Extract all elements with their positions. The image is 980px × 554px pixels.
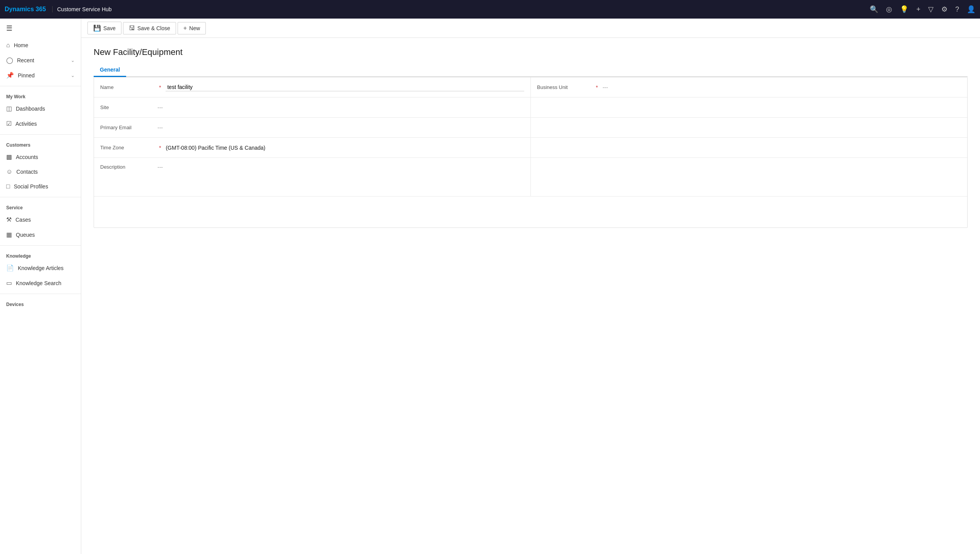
new-button[interactable]: + New xyxy=(178,22,206,34)
top-navigation: Dynamics 365 Customer Service Hub 🔍 ◎ 💡 … xyxy=(0,0,980,19)
field-site-value[interactable]: --- xyxy=(157,104,524,111)
home-icon: ⌂ xyxy=(6,42,10,49)
search-icon[interactable]: 🔍 xyxy=(870,5,878,14)
filter-icon[interactable]: ▽ xyxy=(928,5,934,14)
divider-5 xyxy=(0,294,81,294)
field-name-input[interactable] xyxy=(166,83,524,91)
recent-icon: ◯ xyxy=(6,56,13,64)
field-timezone-value[interactable]: (GMT-08:00) Pacific Time (US & Canada) xyxy=(166,145,524,151)
tab-general[interactable]: General xyxy=(94,63,126,77)
field-site-right-col xyxy=(530,97,967,117)
save-icon: 💾 xyxy=(93,24,101,32)
sidebar-item-contacts-label: Contacts xyxy=(16,169,38,175)
sidebar-item-activities[interactable]: ☑ Activities xyxy=(0,116,81,131)
dashboards-icon: ◫ xyxy=(6,105,12,112)
sidebar-item-pinned-label: Pinned xyxy=(18,72,35,79)
field-timezone-col: Time Zone * (GMT-08:00) Pacific Time (US… xyxy=(94,138,530,157)
user-icon[interactable]: 👤 xyxy=(967,5,975,14)
contacts-icon: ☺ xyxy=(6,168,12,175)
sidebar-item-pinned[interactable]: 📌 Pinned ⌄ xyxy=(0,68,81,83)
queues-icon: ▦ xyxy=(6,231,12,238)
divider-3 xyxy=(0,197,81,197)
field-name-col: Name * xyxy=(94,77,530,97)
cases-icon: ⚒ xyxy=(6,216,12,223)
sidebar-item-cases[interactable]: ⚒ Cases xyxy=(0,212,81,227)
form-row-3: Primary Email --- xyxy=(94,118,967,138)
save-close-icon: 🖫 xyxy=(129,25,135,32)
main-layout: ☰ ⌂ Home ◯ Recent ⌄ 📌 Pinned ⌄ My Work ◫… xyxy=(0,19,980,554)
field-timezone-right-col xyxy=(530,138,967,157)
field-primaryemail-label: Primary Email xyxy=(100,125,154,130)
plus-icon[interactable]: + xyxy=(916,5,920,14)
recent-chevron: ⌄ xyxy=(71,58,75,63)
form-card: Name * Business Unit * --- Site --- xyxy=(94,77,968,228)
sidebar-item-dashboards[interactable]: ◫ Dashboards xyxy=(0,101,81,116)
divider-4 xyxy=(0,245,81,246)
topnav-icons: 🔍 ◎ 💡 + ▽ ⚙ ? 👤 xyxy=(870,5,975,14)
knowledge-articles-icon: 📄 xyxy=(6,264,14,272)
accounts-icon: ▩ xyxy=(6,153,12,161)
pin-icon: 📌 xyxy=(6,72,14,79)
lightbulb-icon[interactable]: 💡 xyxy=(900,5,908,14)
field-name-required: * xyxy=(159,84,161,91)
form-row-4: Time Zone * (GMT-08:00) Pacific Time (US… xyxy=(94,138,967,158)
help-icon[interactable]: ? xyxy=(955,5,959,14)
sidebar-item-recent-label: Recent xyxy=(17,57,34,63)
sidebar-item-knowledge-search[interactable]: ▭ Knowledge Search xyxy=(0,275,81,291)
brand: Dynamics 365 Customer Service Hub xyxy=(5,6,112,13)
field-timezone-required: * xyxy=(159,145,161,151)
divider-2 xyxy=(0,134,81,135)
field-timezone-label: Time Zone xyxy=(100,145,154,150)
field-primaryemail-right-col xyxy=(530,118,967,137)
sidebar-item-social-profiles[interactable]: □ Social Profiles xyxy=(0,179,81,194)
settings-icon[interactable]: ⚙ xyxy=(941,5,948,14)
sidebar-item-queues[interactable]: ▦ Queues xyxy=(0,227,81,242)
field-primaryemail-col: Primary Email --- xyxy=(94,118,530,137)
sidebar-item-home[interactable]: ⌂ Home xyxy=(0,38,81,53)
field-businessunit-value[interactable]: --- xyxy=(602,84,961,91)
toolbar: 💾 Save 🖫 Save & Close + New xyxy=(81,19,980,38)
sidebar-item-accounts[interactable]: ▩ Accounts xyxy=(0,149,81,164)
sidebar: ☰ ⌂ Home ◯ Recent ⌄ 📌 Pinned ⌄ My Work ◫… xyxy=(0,19,81,554)
sidebar-item-contacts[interactable]: ☺ Contacts xyxy=(0,164,81,179)
form-row-2: Site --- xyxy=(94,97,967,118)
new-label: New xyxy=(189,25,200,31)
pinned-chevron: ⌄ xyxy=(71,73,75,78)
sidebar-item-activities-label: Activities xyxy=(15,121,37,127)
field-businessunit-required: * xyxy=(596,84,598,91)
content-area: 💾 Save 🖫 Save & Close + New New Facility… xyxy=(81,19,980,554)
form-tabs: General xyxy=(94,63,968,77)
save-label: Save xyxy=(103,25,116,31)
save-button[interactable]: 💾 Save xyxy=(87,22,121,34)
target-icon[interactable]: ◎ xyxy=(886,5,892,14)
field-businessunit-label: Business Unit xyxy=(537,84,591,90)
hamburger-menu[interactable]: ☰ xyxy=(0,19,81,38)
new-plus-icon: + xyxy=(183,25,187,32)
section-customers: Customers xyxy=(0,138,81,149)
section-my-work: My Work xyxy=(0,89,81,101)
sidebar-item-knowledge-articles[interactable]: 📄 Knowledge Articles xyxy=(0,260,81,275)
form-row-spacer xyxy=(94,197,967,227)
save-close-label: Save & Close xyxy=(137,25,170,31)
field-primaryemail-value[interactable]: --- xyxy=(157,125,524,131)
sidebar-item-home-label: Home xyxy=(14,42,28,48)
save-close-button[interactable]: 🖫 Save & Close xyxy=(123,22,176,34)
sidebar-item-accounts-label: Accounts xyxy=(16,154,38,160)
page-title: New Facility/Equipment xyxy=(94,47,968,57)
field-name-label: Name xyxy=(100,84,154,90)
form-row-5: Description --- xyxy=(94,158,967,197)
section-devices: Devices xyxy=(0,297,81,309)
social-profiles-icon: □ xyxy=(6,183,10,190)
form-row-1: Name * Business Unit * --- xyxy=(94,77,967,97)
sidebar-item-recent[interactable]: ◯ Recent ⌄ xyxy=(0,53,81,68)
activities-icon: ☑ xyxy=(6,120,12,127)
sidebar-item-knowledge-search-label: Knowledge Search xyxy=(16,280,62,286)
field-site-col: Site --- xyxy=(94,97,530,117)
knowledge-search-icon: ▭ xyxy=(6,279,12,287)
field-businessunit-col: Business Unit * --- xyxy=(530,77,967,97)
form-area: New Facility/Equipment General Name * Bu… xyxy=(81,38,980,237)
dynamics-logo: Dynamics 365 xyxy=(5,6,46,13)
sidebar-item-dashboards-label: Dashboards xyxy=(16,106,45,112)
field-description-value[interactable]: --- xyxy=(157,164,524,170)
section-service: Service xyxy=(0,200,81,212)
